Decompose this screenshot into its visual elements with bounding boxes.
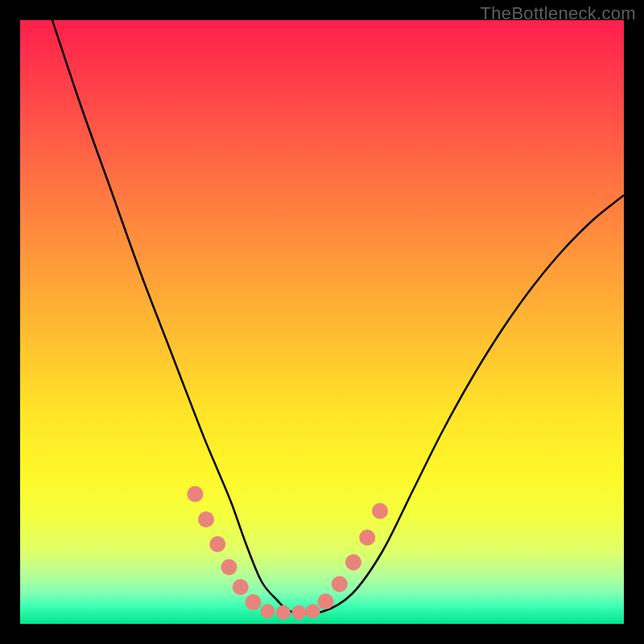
chart-canvas: TheBottleneck.com bbox=[0, 0, 644, 644]
marker-dot bbox=[306, 604, 320, 618]
marker-dots bbox=[188, 486, 389, 620]
marker-dot bbox=[276, 605, 291, 620]
marker-dot bbox=[345, 555, 361, 571]
marker-dot bbox=[332, 576, 348, 592]
marker-dot bbox=[261, 604, 275, 618]
marker-dot bbox=[221, 559, 237, 576]
marker-dot bbox=[188, 486, 204, 502]
plot-area bbox=[20, 20, 624, 624]
marker-dot bbox=[372, 503, 388, 519]
marker-dot bbox=[292, 605, 307, 620]
marker-dot bbox=[198, 511, 214, 527]
bottleneck-curve bbox=[51, 20, 625, 613]
watermark-text: TheBottleneck.com bbox=[481, 3, 636, 24]
curve-layer bbox=[20, 20, 624, 624]
marker-dot bbox=[318, 593, 334, 609]
marker-dot bbox=[359, 530, 375, 546]
marker-dot bbox=[233, 579, 249, 595]
marker-dot bbox=[246, 594, 262, 610]
marker-dot bbox=[209, 536, 225, 552]
